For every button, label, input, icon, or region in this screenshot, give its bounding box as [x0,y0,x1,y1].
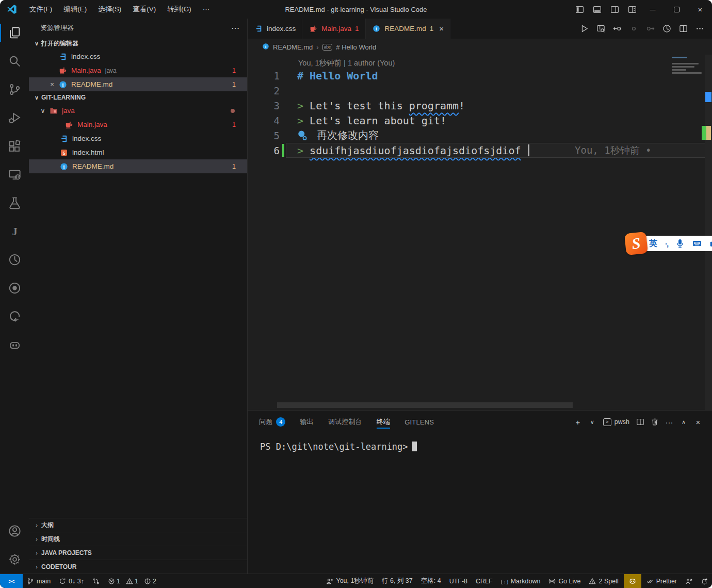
code-line-4[interactable]: 4> Let's learn about git! [248,113,712,128]
kill-terminal-icon[interactable] [648,415,661,429]
ime-language-mode[interactable]: 英 [649,238,657,249]
activity-item-settings[interactable] [0,545,29,574]
gitlens-codelens[interactable]: You, 1秒钟前 | 1 author (You) [248,55,712,68]
status-notifications[interactable] [697,574,712,588]
maximize-panel-icon[interactable]: ∧ [677,415,690,429]
activity-item-gitlens[interactable] [0,246,29,274]
status-feedback[interactable] [681,574,697,588]
close-button[interactable]: × [688,0,712,19]
activity-item-explorer[interactable] [0,19,29,47]
sogou-logo-icon[interactable]: S [624,232,648,255]
close-panel-icon[interactable]: × [691,415,705,429]
ime-keyboard-icon[interactable] [692,239,702,248]
editor-action-gitlens-file-history[interactable] [659,22,674,36]
editor-action-more-actions[interactable] [692,22,707,36]
terminal-dropdown-icon[interactable]: ∨ [586,415,599,429]
customize-layout-icon[interactable] [623,2,641,17]
status-git-branch[interactable]: main [23,574,55,588]
sidebar-more-actions-icon[interactable]: ··· [232,24,240,32]
toggle-sidebar-icon[interactable] [571,2,588,17]
ime-microphone-icon[interactable] [675,239,685,248]
panel-tab-1[interactable]: 输出 [300,411,313,433]
status-eol[interactable]: CRLF [472,574,497,588]
new-terminal-icon[interactable]: + [571,415,585,429]
editor-tab-readme-md[interactable]: iREADME.md1× [366,19,451,39]
status-problems[interactable]: 112 [104,574,160,588]
activity-item-gitlens-inspect[interactable] [0,302,29,331]
status-language-mode[interactable]: {:}Markdown [497,574,545,588]
workspace-section-header[interactable]: ∨ GIT-LEARNING [29,91,247,104]
editor-action-open-changes-next[interactable] [643,22,657,36]
activity-item-remote-explorer[interactable] [0,160,29,189]
editor-tab-index-css[interactable]: index.css [248,19,302,39]
tree-item-main-java[interactable]: Main.java1 [29,118,247,132]
code-line-2[interactable]: 2 [248,83,712,98]
status-gitlens-compare[interactable] [88,574,104,588]
panel-tab-0[interactable]: 问题4 [259,411,285,433]
panel-more-icon[interactable]: ··· [662,415,676,429]
chevron-down-icon[interactable]: ∨ [37,107,48,115]
breadcrumb-file[interactable]: README.md [273,43,313,51]
code-line-5[interactable]: 5 再次修改内容 [248,128,712,143]
toggle-panel-icon[interactable] [588,2,606,17]
status-spell-checker[interactable]: 2 Spell [585,574,622,588]
editor-action-revision-current[interactable] [626,22,641,36]
tree-item-index-css[interactable]: index.css [29,50,247,63]
sidebar-section-0[interactable]: ›大纲 [29,518,247,532]
sidebar-section-2[interactable]: ›JAVA PROJECTS [29,546,247,560]
activity-item-run-debug[interactable] [0,104,29,132]
status-gitlens-blame[interactable]: You, 1秒钟前 [322,574,378,588]
activity-item-testing[interactable] [0,189,29,217]
editor-tab-main-java[interactable]: Main.java1 [302,19,365,39]
tree-item-index-html[interactable]: 5index.html [29,145,247,159]
tree-item-readme-md[interactable]: iREADME.md1 [29,159,247,173]
editor-action-run[interactable] [577,22,591,36]
menu-item-4[interactable]: 转到(G) [161,3,197,16]
split-terminal-icon[interactable] [634,415,647,429]
activity-item-java-projects[interactable]: J [0,217,29,246]
open-editors-section-header[interactable]: ∨ 打开的编辑器 [29,37,247,50]
breadcrumb-symbol[interactable]: # Hello World [336,43,376,51]
menu-item-5[interactable]: ··· [197,3,216,16]
activity-item-codetour[interactable] [0,274,29,302]
activity-item-search[interactable] [0,47,29,75]
status-go-live[interactable]: Go Live [544,574,585,588]
code-line-6[interactable]: 6> sduifhjasdiuofjasdiofajsdiofsjdiofYou… [248,143,712,158]
terminal-content[interactable]: PS D:\git\note\git-learning> [248,433,712,574]
ime-toolbox-icon[interactable] [709,239,712,248]
status-prettier[interactable]: Prettier [642,574,681,588]
editor-action-open-changes-prev[interactable] [610,22,624,36]
panel-tab-4[interactable]: GITLENS [404,411,434,433]
status-cursor-position[interactable]: 行 6, 列 37 [378,574,417,588]
sidebar-section-1[interactable]: ›时间线 [29,532,247,546]
minimize-button[interactable]: ─ [641,0,665,19]
code-line-3[interactable]: 3> Let's test this programm! [248,98,712,113]
close-icon[interactable]: × [46,80,58,88]
maximize-button[interactable] [665,0,688,19]
sidebar-section-3[interactable]: ›CODETOUR [29,560,247,574]
minimap[interactable] [672,57,704,75]
tree-item-readme-md[interactable]: ×iREADME.md1 [29,77,247,91]
tree-item-index-css[interactable]: index.css [29,132,247,145]
close-icon[interactable]: × [439,24,444,33]
toggle-secondary-sidebar-icon[interactable] [606,2,623,17]
status-git-sync[interactable]: 0↓ 3↑ [55,574,88,588]
panel-tab-2[interactable]: 调试控制台 [328,411,362,433]
menu-item-2[interactable]: 选择(S) [92,3,127,16]
menu-item-3[interactable]: 查看(V) [127,3,161,16]
editor-action-split-editor[interactable] [676,22,690,36]
panel-tab-3[interactable]: 终端 [377,411,390,433]
status-indentation[interactable]: 空格: 4 [417,574,445,588]
status-remote[interactable]: >< [0,574,23,588]
activity-item-copilot-chat[interactable] [0,331,29,359]
horizontal-scrollbar[interactable] [277,402,573,408]
code-line-1[interactable]: 1# Hello World [248,68,712,83]
ime-punctuation-icon[interactable]: ·, [665,239,668,248]
menu-item-1[interactable]: 编辑(E) [58,3,92,16]
terminal-shell-item[interactable]: > pwsh [600,418,633,426]
tree-item-java[interactable]: ∨java [29,104,247,118]
activity-item-source-control[interactable] [0,75,29,104]
status-copilot[interactable] [624,574,641,588]
activity-item-extensions[interactable] [0,132,29,160]
activity-item-accounts[interactable] [0,517,29,545]
